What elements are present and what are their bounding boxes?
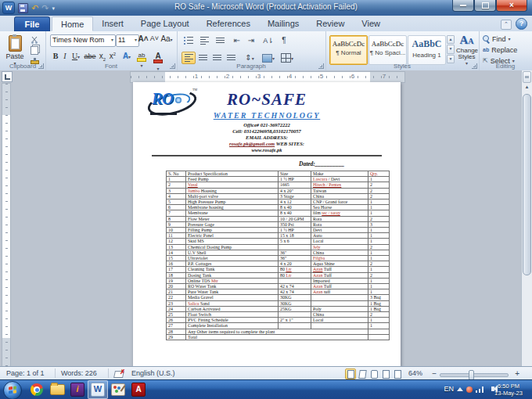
table-row[interactable]: 17Cleaning Tank80 LtrAzan Tuff1 [167, 267, 390, 272]
table-row[interactable]: 10Filling Pump1 ½ HPDevi1 [167, 228, 390, 233]
style-card--normal[interactable]: AaBbCcDc¶ Normal [329, 35, 368, 65]
table-row[interactable]: 4Multi-port valve3 StageChina2 [167, 193, 390, 199]
table-row[interactable]: 1Feed Pump1 ½ HPLascara / Devi1 [167, 177, 390, 182]
shrink-font-button[interactable]: A˅ [149, 34, 160, 45]
style-card--no-spaci-[interactable]: AaBbCcDc¶ No Spaci... [368, 35, 407, 65]
table-row[interactable]: 21Pure Water Tank42 x 74Azan tuff1 [167, 289, 390, 295]
taskbar-paint-button[interactable] [108, 380, 128, 399]
scroll-up-icon[interactable]: ▲ [523, 83, 531, 92]
email-link[interactable]: rosafe.pk@gmail.com [229, 141, 275, 146]
sort-button[interactable]: A⇂ [261, 34, 275, 47]
taskbar-word-button[interactable]: W [88, 380, 108, 399]
strikethrough-button[interactable]: abe [83, 52, 97, 63]
table-row[interactable]: 9Pressure Gage350 PsiRota3 [167, 221, 390, 227]
tab-file[interactable]: File [14, 16, 50, 32]
gallery-up-icon[interactable]: ▲ [447, 35, 455, 44]
vertical-scrollbar[interactable]: ▲ [521, 70, 532, 367]
tab-insert[interactable]: Insert [93, 16, 132, 31]
increase-indent-button[interactable]: ⇥ [244, 34, 258, 47]
bullets-button[interactable] [182, 34, 196, 47]
underline-button[interactable]: U▾ [70, 52, 81, 63]
numbering-button[interactable] [197, 34, 211, 47]
web-layout-view-button[interactable] [368, 368, 379, 379]
table-row[interactable]: 25Float SwitchChina2 [167, 312, 390, 318]
font-dialog-launcher[interactable] [170, 63, 175, 69]
table-row[interactable]: 15Ultraviolet36"Filgba1 [167, 256, 390, 261]
font-size-select[interactable]: 11▾ [116, 34, 139, 47]
start-button[interactable] [3, 381, 22, 399]
vertical-ruler[interactable] [2, 83, 11, 367]
table-row[interactable]: 27Complete Installation1 [167, 323, 390, 329]
tab-mailings[interactable]: Mailings [259, 16, 307, 31]
table-row[interactable]: 5High Pressure Pump4 x 12CNP / Grand for… [167, 200, 390, 205]
zoom-out-icon[interactable]: − [432, 369, 437, 378]
table-row[interactable]: 13Chemical Dosing PumpJely2 [167, 244, 390, 250]
italic-button[interactable]: I [61, 52, 69, 63]
highlight-button[interactable]: ab▾ [135, 52, 149, 63]
bold-button[interactable]: B [52, 52, 59, 63]
clipboard-dialog-launcher[interactable] [38, 63, 44, 69]
taskbar-pdf-button[interactable]: A [128, 380, 149, 399]
word-count[interactable]: Words: 226 [61, 369, 97, 377]
table-row[interactable]: 7Membrane8 x 40film tec / toray1 [167, 210, 390, 216]
tab-view[interactable]: View [353, 16, 389, 31]
clock[interactable]: 6:50 PM 13-May-23 [488, 383, 529, 397]
taskbar-chrome-button[interactable] [27, 380, 47, 399]
table-row[interactable]: 11Electric Panel15 x 18Auto1 [167, 233, 390, 239]
table-row[interactable]: 20RO Water Tank42 x 74Azan Tuff1 [167, 284, 390, 289]
replace-button[interactable]: abReplace [483, 45, 517, 55]
tab-selector[interactable] [2, 71, 13, 82]
table-row[interactable]: 3Jambo Housing4 x 20"Taiwan2 [167, 188, 390, 193]
zoom-slider[interactable] [440, 373, 509, 377]
taskbar-inpage-button[interactable]: i [67, 380, 88, 399]
superscript-button[interactable]: x2 [108, 52, 117, 63]
table-row[interactable]: 29Total [167, 334, 390, 340]
document-page[interactable]: RO TM RO~SAFE WATER TECHNOLOGY Office# 0… [133, 82, 401, 367]
table-row[interactable]: 12Skid MS5 x 6Local1 [167, 239, 390, 244]
change-case-button[interactable]: Aa▾ [160, 34, 173, 45]
language-tray-indicator[interactable]: EN [444, 385, 454, 393]
style-card-heading-1[interactable]: AaBbCHeading 1 [408, 35, 446, 65]
page-count[interactable]: Page: 1 of 1 [6, 369, 45, 377]
language-indicator[interactable]: English (U.S.) [131, 369, 175, 377]
horizontal-ruler[interactable]: 1234567 [130, 71, 405, 83]
table-row[interactable]: 23Salica Sand30KG1 Bag [167, 300, 390, 306]
font-color-button[interactable]: A▾ [152, 52, 164, 63]
help-icon[interactable]: ? [516, 18, 527, 30]
tab-home[interactable]: Home [52, 16, 93, 31]
table-row[interactable]: 18Dosing Tank80 LtrAzan Tuff2 [167, 272, 390, 278]
decrease-indent-button[interactable]: ⇤ [230, 34, 244, 47]
table-row[interactable]: 24Carbon Activated25KGPoly1 Bag [167, 306, 390, 311]
restore-button[interactable] [474, 0, 496, 12]
tray-app-icon[interactable] [466, 386, 473, 393]
grow-font-button[interactable]: A˄ [138, 34, 149, 45]
network-icon[interactable] [476, 386, 483, 393]
table-row[interactable]: 26PVC Fitting Schedule2" x 1"Local1 [167, 318, 390, 323]
table-row[interactable]: 28Any Other items required to complete t… [167, 329, 390, 334]
subscript-button[interactable]: x2 [98, 52, 107, 63]
table-row[interactable]: 8Flow Meter10 / 20 GPMRota2 [167, 216, 390, 221]
minimize-button[interactable] [452, 0, 474, 12]
tab-references[interactable]: References [198, 16, 259, 31]
zoom-in-icon[interactable]: + [515, 369, 519, 378]
scrollbar-thumb[interactable] [523, 94, 531, 275]
gallery-down-icon[interactable]: ▼ [447, 45, 455, 53]
table-row[interactable]: 6Membrane housing8 x 40Sea Horse1 [167, 205, 390, 210]
proofing-errors-icon[interactable] [114, 370, 124, 377]
draft-view-button[interactable] [392, 368, 403, 379]
table-row[interactable]: 2Vasal1665Hitech / Pentex2 [167, 182, 390, 188]
table-row[interactable]: 14U.V Shell36"China1 [167, 250, 390, 255]
taskbar-explorer-button[interactable] [47, 380, 67, 399]
print-layout-view-button[interactable] [345, 368, 356, 379]
paragraph-dialog-launcher[interactable] [318, 63, 324, 69]
fullscreen-reading-view-button[interactable] [357, 368, 368, 379]
table-row[interactable]: 22Media Gravel30KG3 Bag [167, 295, 390, 300]
table-row[interactable]: 19Online TDS MtrImported1 [167, 278, 390, 283]
show-paragraph-marks-button[interactable]: ¶ [277, 34, 291, 47]
styles-dialog-launcher[interactable] [472, 63, 477, 69]
cut-button[interactable] [28, 34, 41, 45]
outline-view-button[interactable] [380, 368, 391, 379]
ribbon-minimize-icon[interactable]: ⌃ [501, 20, 512, 30]
table-row[interactable]: 16P.P. Cottages4 x 20Aqua Shine2 [167, 261, 390, 267]
tab-review[interactable]: Review [307, 16, 353, 31]
